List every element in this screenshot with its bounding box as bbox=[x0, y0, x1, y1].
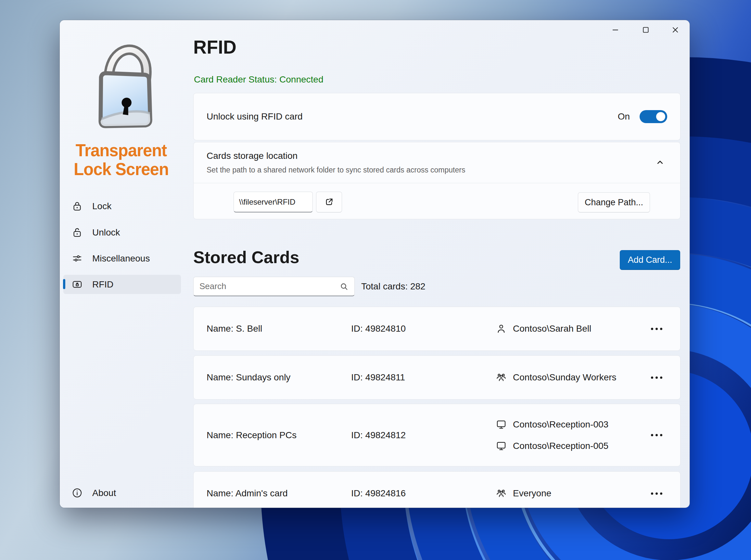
sliders-icon bbox=[72, 253, 83, 264]
sidebar-item-label: About bbox=[92, 488, 116, 498]
ellipsis-icon bbox=[651, 434, 653, 436]
storage-path-input[interactable] bbox=[234, 192, 313, 213]
card-name: Name: Sundays only bbox=[207, 372, 351, 383]
ellipsis-icon bbox=[651, 328, 653, 330]
storage-description: Set the path to a shared network folder … bbox=[207, 166, 465, 175]
storage-expander-header[interactable]: Cards storage location Set the path to a… bbox=[194, 142, 680, 183]
person-icon bbox=[495, 323, 507, 335]
ellipsis-icon bbox=[651, 493, 653, 495]
lock-icon bbox=[72, 200, 83, 212]
sidebar-item-label: Lock bbox=[92, 201, 111, 212]
page-title: RFID bbox=[193, 36, 237, 58]
toggle-knob bbox=[656, 112, 665, 121]
unlock-icon bbox=[72, 227, 83, 238]
divider bbox=[194, 183, 680, 183]
card-id: ID: 49824816 bbox=[351, 488, 495, 499]
storage-location-card: Cards storage location Set the path to a… bbox=[193, 142, 681, 219]
unlock-setting-card: Unlock using RFID card On bbox=[193, 93, 681, 140]
app-title-line2: Lock Screen bbox=[62, 160, 180, 179]
search-icon bbox=[340, 282, 348, 291]
stored-card-row: Name: Admin's card ID: 49824816 Everyone bbox=[193, 471, 681, 508]
chevron-up-icon bbox=[655, 158, 665, 167]
app-window: Transparent Lock Screen Lock Unlock bbox=[60, 20, 690, 508]
app-title: Transparent Lock Screen bbox=[62, 141, 180, 179]
app-logo-padlock bbox=[81, 29, 168, 140]
monitor-icon bbox=[495, 419, 507, 431]
main-content: RFID Card Reader Status: Connected Unloc… bbox=[193, 20, 681, 508]
sidebar-item-unlock[interactable]: Unlock bbox=[63, 223, 181, 242]
collapse-button[interactable] bbox=[652, 154, 669, 171]
card-assignment: Contoso\Reception-005 bbox=[513, 441, 608, 451]
sidebar-item-rfid[interactable]: RFID bbox=[63, 275, 181, 294]
card-name: Name: Reception PCs bbox=[207, 430, 351, 440]
card-name: Name: S. Bell bbox=[207, 323, 351, 334]
change-path-button[interactable]: Change Path... bbox=[578, 192, 650, 213]
row-more-button[interactable] bbox=[646, 320, 667, 338]
people-icon bbox=[495, 372, 507, 383]
sidebar-item-label: Unlock bbox=[92, 227, 120, 238]
total-cards-label: Total cards: 282 bbox=[361, 281, 426, 292]
info-icon bbox=[72, 487, 83, 499]
add-card-button[interactable]: Add Card... bbox=[620, 250, 680, 270]
toggle-state-label: On bbox=[618, 112, 630, 122]
stored-card-row: Name: Reception PCs ID: 49824812 Contoso… bbox=[193, 404, 681, 466]
sidebar-item-label: Miscellaneous bbox=[92, 253, 150, 264]
external-link-icon bbox=[324, 197, 334, 207]
sidebar-item-label: RFID bbox=[92, 279, 114, 290]
sidebar-item-lock[interactable]: Lock bbox=[63, 197, 181, 215]
sidebar-item-miscellaneous[interactable]: Miscellaneous bbox=[63, 249, 181, 268]
card-reader-status: Card Reader Status: Connected bbox=[194, 74, 323, 85]
sidebar: Transparent Lock Screen Lock Unlock bbox=[60, 20, 183, 508]
app-title-line1: Transparent bbox=[62, 141, 180, 160]
storage-title: Cards storage location bbox=[207, 151, 298, 161]
people-icon bbox=[495, 487, 507, 499]
card-assignment: Contoso\Reception-003 bbox=[513, 419, 608, 430]
card-id: ID: 49824812 bbox=[351, 430, 495, 440]
row-more-button[interactable] bbox=[646, 368, 667, 386]
rfid-card-icon bbox=[72, 279, 83, 290]
sidebar-item-about[interactable]: About bbox=[63, 484, 181, 502]
unlock-setting-label: Unlock using RFID card bbox=[207, 112, 303, 122]
stored-card-row: Name: Sundays only ID: 49824811 Contoso\… bbox=[193, 355, 681, 400]
card-assignment: Contoso\Sarah Bell bbox=[513, 323, 591, 334]
stored-cards-title: Stored Cards bbox=[193, 247, 300, 267]
card-assignment: Everyone bbox=[513, 488, 551, 499]
row-more-button[interactable] bbox=[646, 426, 667, 444]
card-id: ID: 49824811 bbox=[351, 372, 495, 383]
monitor-icon bbox=[495, 440, 507, 452]
card-name: Name: Admin's card bbox=[207, 488, 351, 499]
open-folder-button[interactable] bbox=[316, 192, 342, 213]
card-assignment: Contoso\Sunday Workers bbox=[513, 372, 616, 383]
search-box[interactable] bbox=[193, 277, 355, 296]
search-input[interactable] bbox=[200, 281, 340, 292]
row-more-button[interactable] bbox=[646, 484, 667, 502]
card-id: ID: 49824810 bbox=[351, 323, 495, 334]
rfid-unlock-toggle[interactable] bbox=[640, 110, 667, 123]
stored-card-row: Name: S. Bell ID: 49824810 Contoso\Sarah… bbox=[193, 307, 681, 351]
ellipsis-icon bbox=[651, 377, 653, 379]
